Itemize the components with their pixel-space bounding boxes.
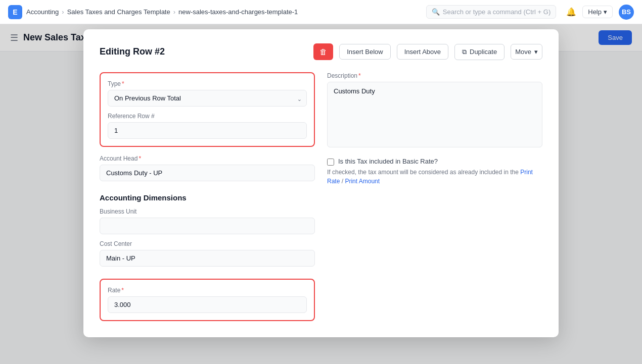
type-field-group: Type* On Previous Row Total On Net Total…	[108, 80, 307, 107]
duplicate-button[interactable]: ⧉ Duplicate	[454, 44, 505, 60]
business-unit-input[interactable]	[100, 218, 315, 234]
help-button[interactable]: Help ▾	[582, 6, 613, 18]
business-unit-field-group: Business Unit	[100, 208, 315, 234]
breadcrumb: Accounting › Sales Taxes and Charges Tem…	[26, 8, 298, 16]
breadcrumb-sep-1: ›	[62, 8, 64, 16]
duplicate-label: Duplicate	[470, 48, 497, 56]
tax-included-label: Is this Tax included in Basic Rate?	[338, 158, 438, 165]
delete-button[interactable]: 🗑	[313, 43, 333, 60]
cost-center-label: Cost Center	[100, 240, 315, 247]
account-head-input[interactable]	[100, 165, 315, 181]
rate-input[interactable]	[108, 296, 307, 313]
accounting-dimensions-title: Accounting Dimensions	[100, 193, 315, 202]
move-label: Move	[515, 48, 531, 56]
breadcrumb-accounting[interactable]: Accounting	[26, 8, 59, 16]
description-label: Description*	[327, 72, 542, 79]
tax-included-section: Is this Tax included in Basic Rate? If c…	[327, 155, 542, 186]
modal-dialog: Editing Row #2 🗑 Insert Below Insert Abo…	[83, 29, 559, 337]
tax-included-row: Is this Tax included in Basic Rate?	[327, 158, 542, 166]
account-head-field-group: Account Head*	[100, 155, 315, 181]
duplicate-icon: ⧉	[462, 48, 467, 56]
search-placeholder: Search or type a command (Ctrl + G)	[443, 8, 551, 16]
app-logo: E	[8, 5, 22, 19]
type-select-wrapper: On Previous Row Total On Net Total Actua…	[108, 90, 307, 107]
topbar: E Accounting › Sales Taxes and Charges T…	[0, 0, 642, 24]
ref-row-label: Reference Row #	[108, 113, 307, 120]
type-select[interactable]: On Previous Row Total On Net Total Actua…	[108, 90, 307, 107]
type-label: Type*	[108, 80, 307, 87]
tax-included-checkbox[interactable]	[327, 159, 334, 166]
account-head-label: Account Head*	[100, 155, 315, 162]
rate-section: Rate*	[100, 279, 315, 321]
accounting-dimensions-section: Accounting Dimensions Business Unit Cost…	[100, 193, 315, 267]
form-grid: Type* On Previous Row Total On Net Total…	[100, 72, 542, 321]
ref-row-input[interactable]	[108, 122, 307, 139]
tax-included-hint: If checked, the tax amount will be consi…	[327, 168, 542, 186]
rate-label: Rate*	[108, 287, 307, 294]
modal-header: Editing Row #2 🗑 Insert Below Insert Abo…	[100, 43, 542, 60]
topbar-actions: 🔔 Help ▾ BS	[566, 5, 634, 20]
business-unit-label: Business Unit	[100, 208, 315, 215]
chevron-down-icon: ▾	[534, 48, 538, 56]
notification-icon[interactable]: 🔔	[566, 7, 576, 17]
chevron-down-icon: ▾	[604, 8, 607, 16]
description-textarea[interactable]: Customs Duty	[327, 82, 542, 147]
ref-row-field-group: Reference Row #	[108, 113, 307, 139]
search-bar[interactable]: 🔍 Search or type a command (Ctrl + G)	[426, 5, 557, 19]
help-label: Help	[588, 8, 602, 16]
breadcrumb-current[interactable]: new-sales-taxes-and-charges-template-1	[178, 8, 298, 16]
form-right: Description* Customs Duty Is this Tax in…	[327, 72, 542, 321]
rate-field-group: Rate*	[108, 287, 307, 313]
cost-center-field-group: Cost Center	[100, 240, 315, 267]
modal-overlay: Editing Row #2 🗑 Insert Below Insert Abo…	[0, 24, 642, 364]
search-icon: 🔍	[432, 8, 440, 16]
description-field-group: Description* Customs Duty	[327, 72, 542, 147]
type-ref-section: Type* On Previous Row Total On Net Total…	[100, 72, 315, 147]
breadcrumb-sep-2: ›	[173, 8, 175, 16]
breadcrumb-template[interactable]: Sales Taxes and Charges Template	[67, 8, 170, 16]
print-amount-link[interactable]: Print Amount	[345, 178, 380, 185]
cost-center-input[interactable]	[100, 250, 315, 267]
move-button[interactable]: Move ▾	[511, 44, 542, 60]
form-left: Type* On Previous Row Total On Net Total…	[100, 72, 315, 321]
insert-above-button[interactable]: Insert Above	[397, 44, 448, 60]
page-background: ☰ New Sales Taxes and Save Editing Row #…	[0, 24, 642, 364]
modal-title: Editing Row #2	[100, 46, 307, 57]
insert-below-button[interactable]: Insert Below	[339, 44, 391, 60]
avatar[interactable]: BS	[619, 5, 634, 20]
